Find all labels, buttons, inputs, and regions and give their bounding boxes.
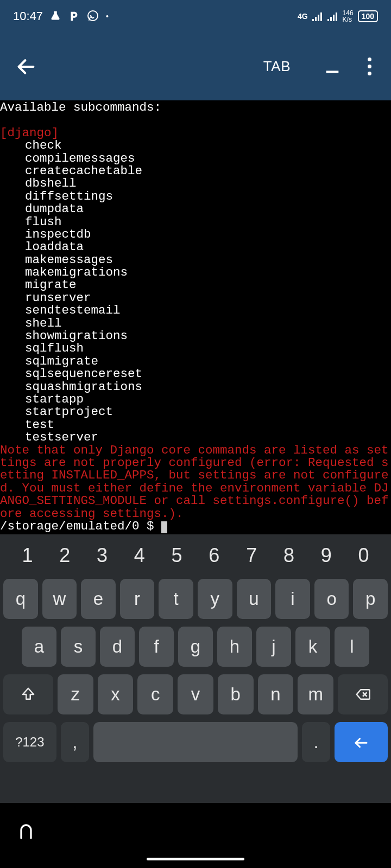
terminal-command: makemessages — [0, 254, 391, 266]
comma-key[interactable]: , — [61, 722, 90, 762]
terminal-command: flush — [0, 216, 391, 228]
back-button[interactable] — [13, 54, 39, 80]
terminal-command: runserver — [0, 292, 391, 304]
key-6[interactable]: 6 — [195, 540, 233, 571]
terminal-heading: Available subcommands: — [0, 100, 161, 114]
keyboard-row-q: qwertyuiop — [3, 579, 388, 619]
keyboard-row-bottom: ?123 , . — [3, 722, 388, 762]
key-k[interactable]: k — [295, 627, 330, 667]
svg-rect-2 — [315, 17, 317, 21]
key-s[interactable]: s — [61, 627, 96, 667]
whatsapp-icon — [86, 10, 99, 23]
key-5[interactable]: 5 — [158, 540, 195, 571]
svg-rect-1 — [312, 19, 314, 21]
key-m[interactable]: m — [298, 674, 333, 714]
navigation-bar — [0, 803, 391, 868]
terminal-command: test — [0, 419, 391, 431]
key-n[interactable]: n — [258, 674, 294, 714]
status-time: 10:47 — [13, 9, 43, 23]
terminal-command: startapp — [0, 393, 391, 406]
key-h[interactable]: h — [217, 627, 252, 667]
keyboard-row-z: zxcvbnm — [3, 674, 388, 714]
terminal-command: makemigrations — [0, 266, 391, 279]
key-i[interactable]: i — [275, 579, 310, 619]
key-z[interactable]: z — [58, 674, 93, 714]
terminal-command: migrate — [0, 279, 391, 291]
key-a[interactable]: a — [22, 627, 56, 667]
key-y[interactable]: y — [198, 579, 232, 619]
signal-icon-1 — [312, 11, 323, 21]
key-4[interactable]: 4 — [121, 540, 158, 571]
key-u[interactable]: u — [237, 579, 272, 619]
speed-indicator: 146 K/s — [343, 10, 354, 23]
svg-rect-5 — [327, 19, 329, 21]
key-o[interactable]: o — [314, 579, 349, 619]
more-menu-button[interactable] — [361, 58, 378, 75]
key-0[interactable]: 0 — [345, 540, 382, 571]
terminal-command: dbshell — [0, 177, 391, 190]
terminal-command: sqlmigrate — [0, 355, 391, 368]
key-q[interactable]: q — [3, 579, 38, 619]
terminal-section-label: [django] — [0, 126, 59, 140]
backspace-key[interactable] — [338, 674, 388, 714]
shift-key[interactable] — [3, 674, 53, 714]
key-e[interactable]: e — [81, 579, 116, 619]
network-type: 4G — [298, 12, 308, 21]
key-3[interactable]: 3 — [84, 540, 121, 571]
key-w[interactable]: w — [42, 579, 77, 619]
key-g[interactable]: g — [178, 627, 213, 667]
terminal-command: showmigrations — [0, 330, 391, 342]
svg-rect-7 — [333, 15, 335, 21]
key-f[interactable]: f — [139, 627, 174, 667]
home-indicator[interactable] — [147, 858, 244, 860]
terminal-command: sqlflush — [0, 342, 391, 355]
terminal-command: diffsettings — [0, 190, 391, 203]
status-right: 4G 146 K/s 100 — [298, 10, 378, 23]
key-c[interactable]: c — [137, 674, 173, 714]
parking-icon — [68, 10, 80, 22]
terminal-command: shell — [0, 317, 391, 330]
key-8[interactable]: 8 — [270, 540, 308, 571]
key-t[interactable]: t — [159, 579, 193, 619]
key-x[interactable]: x — [98, 674, 134, 714]
terminal-command: sqlsequencereset — [0, 368, 391, 380]
flask-icon — [49, 10, 61, 22]
key-p[interactable]: p — [353, 579, 388, 619]
key-r[interactable]: r — [120, 579, 155, 619]
enter-key[interactable] — [335, 722, 388, 762]
period-key[interactable]: . — [302, 722, 331, 762]
terminal-command: inspectdb — [0, 228, 391, 241]
terminal-note: Note that only Django core commands are … — [0, 443, 389, 521]
key-1[interactable]: 1 — [9, 540, 46, 571]
key-b[interactable]: b — [218, 674, 254, 714]
terminal-command: sendtestemail — [0, 304, 391, 317]
soft-keyboard: 1234567890 qwertyuiop asdfghjkl zxcvbnm … — [0, 534, 391, 803]
tab-button[interactable]: TAB — [250, 58, 304, 75]
keyboard-row-a: asdfghjkl — [3, 627, 388, 667]
key-l[interactable]: l — [335, 627, 369, 667]
terminal-command: createcachetable — [0, 165, 391, 177]
key-7[interactable]: 7 — [233, 540, 270, 571]
cursor — [161, 521, 167, 533]
key-9[interactable]: 9 — [307, 540, 345, 571]
terminal-command: testserver — [0, 431, 391, 444]
dot-icon: • — [106, 12, 109, 21]
space-key[interactable] — [93, 722, 298, 762]
key-j[interactable]: j — [256, 627, 291, 667]
status-bar: 10:47 • 4G 146 K/s 100 — [0, 0, 391, 33]
keyboard-switch-icon[interactable] — [16, 822, 36, 844]
terminal-command: loaddata — [0, 241, 391, 253]
terminal-command: compilemessages — [0, 152, 391, 165]
key-2[interactable]: 2 — [46, 540, 84, 571]
terminal-command: squashmigrations — [0, 381, 391, 393]
terminal-prompt: /storage/emulated/0 $ — [0, 519, 167, 533]
status-left: 10:47 • — [13, 9, 109, 23]
key-d[interactable]: d — [100, 627, 135, 667]
symbols-key[interactable]: ?123 — [3, 722, 56, 762]
key-v[interactable]: v — [178, 674, 213, 714]
svg-rect-4 — [320, 12, 322, 21]
battery-indicator: 100 — [358, 10, 378, 22]
terminal-output[interactable]: Available subcommands: [django] checkcom… — [0, 100, 391, 534]
terminal-command: startproject — [0, 406, 391, 418]
minimize-button[interactable] — [314, 58, 350, 81]
